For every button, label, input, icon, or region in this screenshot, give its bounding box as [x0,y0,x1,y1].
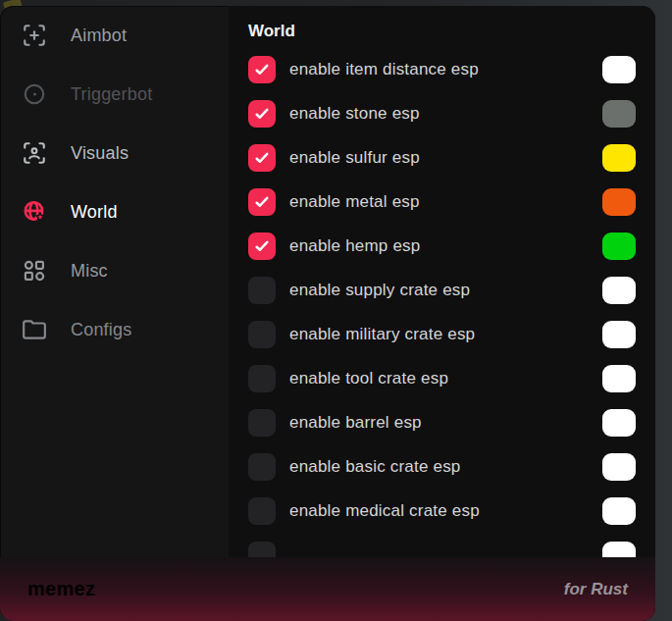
brand-name: memez [27,578,95,600]
sidebar-item-label: World [71,202,118,223]
esp-option-row: enable metal esp [248,188,636,216]
esp-checkbox[interactable] [248,56,276,83]
esp-option-row: enable medical crate esp [248,497,636,525]
esp-option-label: enable medical crate esp [289,501,480,521]
folder-icon [22,317,47,342]
sidebar-item-configs[interactable]: Configs [0,300,229,359]
esp-checkbox[interactable] [248,321,276,348]
esp-checkbox[interactable] [248,453,276,481]
esp-color-swatch[interactable] [602,409,636,437]
cheat-menu-window: AimbotTriggerbotVisualsWorldMiscConfigs … [0,6,655,621]
esp-option-row: enable hemp esp [248,233,636,260]
esp-option-row: enable stone esp [248,100,636,128]
esp-options-list: enable item distance espenable stone esp… [248,56,636,557]
esp-option-row: enable basic crate esp [248,453,636,481]
panel-title: World [248,22,636,41]
sidebar-nav: AimbotTriggerbotVisualsWorldMiscConfigs [0,6,229,557]
esp-color-swatch[interactable] [602,144,636,172]
esp-option-label: enable metal esp [289,192,420,212]
esp-color-swatch[interactable] [602,233,636,260]
sidebar-item-visuals[interactable]: Visuals [0,124,229,182]
esp-option-row: enable supply crate esp [248,277,636,304]
sidebar-item-label: Aimbot [71,26,127,46]
esp-color-swatch[interactable] [602,277,636,304]
esp-color-swatch[interactable] [602,542,636,557]
esp-option-row: enable tool crate esp [248,365,636,392]
esp-option-label: enable tool crate esp [289,369,448,388]
esp-option-row [248,542,636,557]
esp-option-row: enable item distance esp [248,56,636,83]
esp-checkbox[interactable] [248,497,276,525]
sidebar-item-aimbot[interactable]: Aimbot [0,6,229,65]
esp-checkbox[interactable] [248,365,276,392]
footer-tagline: for Rust [564,580,628,599]
sidebar-item-label: Triggerbot [71,84,152,105]
sidebar-item-world[interactable]: World [0,182,229,241]
world-panel: World enable item distance espenable sto… [229,6,655,557]
esp-color-swatch[interactable] [602,365,636,392]
esp-option-label: enable stone esp [289,104,420,124]
esp-option-label: enable barrel esp [289,413,422,433]
sidebar-item-label: Configs [71,320,131,340]
esp-checkbox[interactable] [248,188,276,216]
esp-checkbox[interactable] [248,233,276,260]
scan-face-icon [22,140,47,166]
esp-color-swatch[interactable] [602,321,636,348]
sidebar-item-triggerbot[interactable]: Triggerbot [0,65,229,124]
esp-checkbox[interactable] [248,144,276,172]
footer-bar: memez for Rust [0,557,655,621]
categories-icon [22,258,47,284]
esp-option-label: enable military crate esp [289,325,475,344]
esp-option-row: enable military crate esp [248,321,636,348]
globe-star-icon [22,199,47,225]
esp-option-label: enable sulfur esp [289,148,420,168]
esp-option-label: enable basic crate esp [289,457,461,477]
sidebar-item-label: Misc [71,261,108,282]
esp-checkbox[interactable] [248,277,276,304]
sidebar-item-misc[interactable]: Misc [0,241,229,300]
sidebar-item-label: Visuals [71,143,129,164]
esp-color-swatch[interactable] [602,188,636,216]
esp-option-label: enable hemp esp [289,236,420,256]
esp-color-swatch[interactable] [602,100,636,128]
esp-option-row: enable barrel esp [248,409,636,437]
esp-checkbox[interactable] [248,100,276,128]
esp-color-swatch[interactable] [602,56,636,83]
esp-checkbox[interactable] [248,542,276,557]
esp-color-swatch[interactable] [602,497,636,525]
esp-option-row: enable sulfur esp [248,144,636,172]
esp-option-label: enable item distance esp [289,60,479,79]
esp-checkbox[interactable] [248,409,276,437]
esp-color-swatch[interactable] [602,453,636,481]
target-icon [22,81,47,107]
esp-option-label: enable supply crate esp [289,281,470,300]
scan-crosshair-icon [22,23,47,48]
